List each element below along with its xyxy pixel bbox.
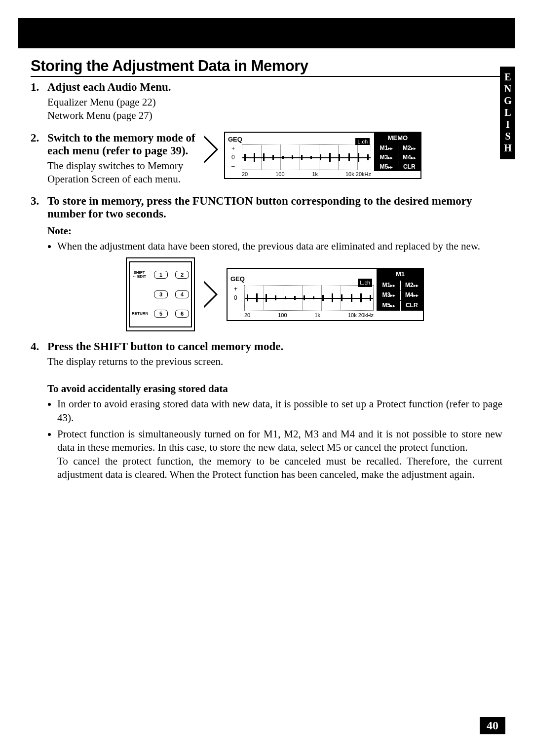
- step-1: 1. Adjust each Audio Menu. Equalizer Men…: [31, 81, 502, 123]
- geq-plot: + 0 – L.ch: [244, 285, 374, 311]
- remote-btn-2: 2: [175, 271, 189, 279]
- geq-lch-badge: L.ch: [355, 138, 370, 145]
- language-tab: ENGLISH: [500, 67, 515, 159]
- geq-m4: M4▸▸: [398, 153, 421, 162]
- geq-freq: 1k: [314, 312, 320, 319]
- geq-m2: M2▸▸: [401, 281, 423, 290]
- remote-btn-6: 6: [175, 310, 189, 318]
- header-black-bar: [18, 18, 515, 48]
- geq-m5: M5▸▸: [378, 301, 401, 311]
- geq-freq: 100: [278, 312, 287, 319]
- geq-side-memo: MEMO: [375, 133, 420, 143]
- arrow-right-icon: [204, 281, 218, 308]
- step-heading: Press the SHIFT button to cancel memory …: [47, 340, 283, 353]
- step-body-line: Network Menu (page 27): [47, 109, 502, 122]
- geq-m1: M1▸▸: [375, 144, 398, 152]
- geq-minus: –: [231, 162, 235, 171]
- geq-display-m1: GEQ + 0 – L.ch: [227, 268, 424, 321]
- remote-diagram: SHIFT ↔ EDIT 1 2 3 4: [126, 257, 195, 331]
- arrow-right-icon: [204, 136, 218, 163]
- step-num: 1.: [31, 81, 47, 94]
- note-label: Note:: [47, 224, 502, 238]
- geq-freq: 1k: [312, 171, 318, 177]
- geq-freq: 10k 20kHz: [348, 312, 374, 319]
- avoid-heading: To avoid accidentally erasing stored dat…: [47, 382, 502, 396]
- geq-m5: M5▸▸: [375, 162, 398, 171]
- geq-zero: 0: [234, 293, 237, 302]
- step-heading: To store in memory, press the FUNCTION b…: [47, 195, 502, 220]
- section-title: Storing the Adjustment Data in Memory: [31, 57, 502, 77]
- remote-edit-label: ↔ EDIT: [132, 275, 147, 279]
- avoid-bullet: Protect function is simultaneously turne…: [57, 428, 502, 481]
- remote-return-label: RETURN: [132, 312, 147, 316]
- step-body-line: The display returns to the previous scre…: [47, 355, 502, 368]
- geq-m3: M3▸▸: [375, 153, 398, 162]
- geq-m4: M4▸▸: [401, 290, 423, 300]
- step-2: 2. Switch to the memory mode of each men…: [31, 132, 502, 186]
- geq-m1: M1▸▸: [378, 281, 401, 290]
- geq-freq: 100: [275, 171, 284, 177]
- step-num: 3.: [31, 195, 47, 220]
- geq-plus: +: [231, 144, 235, 153]
- geq-freq: 10k 20kHz: [345, 171, 371, 177]
- step-body-line: The display switches to Memory Operation…: [47, 159, 198, 186]
- geq-label: GEQ: [230, 275, 245, 284]
- geq-m2: M2▸▸: [398, 144, 421, 152]
- geq-freq: 20: [244, 312, 250, 319]
- step-num: 2.: [31, 132, 47, 157]
- avoid-bullet: In order to avoid erasing stored data wi…: [57, 397, 502, 425]
- geq-m3: M3▸▸: [378, 290, 401, 300]
- geq-zero: 0: [231, 153, 235, 162]
- avoid-bullet-text: To cancel the protect function, the memo…: [57, 455, 502, 480]
- step-4: 4. Press the SHIFT button to cancel memo…: [31, 340, 502, 481]
- geq-freq: 20: [242, 171, 248, 177]
- geq-lch-badge: L.ch: [358, 279, 372, 287]
- geq-label: GEQ: [228, 136, 242, 143]
- page-number: 40: [480, 717, 505, 734]
- step-heading: Adjust each Audio Menu.: [47, 81, 171, 94]
- step-3: 3. To store in memory, press the FUNCTIO…: [31, 195, 502, 331]
- note-bullet: When the adjustment data have been store…: [57, 240, 502, 253]
- avoid-bullet-text: Protect function is simultaneously turne…: [57, 428, 502, 453]
- step-body-line: Equalizer Menu (page 22): [47, 96, 502, 109]
- geq-plot: + 0 – L.ch: [242, 144, 371, 170]
- step-heading: Switch to the memory mode of each menu (…: [47, 132, 198, 157]
- geq-plus: +: [234, 285, 237, 293]
- geq-display-memo: GEQ + 0 – L.ch: [224, 132, 421, 179]
- geq-minus: –: [234, 302, 237, 311]
- geq-side-m1: M1: [378, 269, 423, 280]
- remote-btn-1: 1: [154, 271, 168, 279]
- geq-clr: CLR: [401, 301, 423, 311]
- geq-clr: CLR: [398, 162, 421, 171]
- step-num: 4.: [31, 340, 47, 353]
- remote-btn-4: 4: [175, 290, 189, 298]
- remote-btn-5: 5: [154, 310, 168, 318]
- remote-btn-3: 3: [154, 290, 168, 298]
